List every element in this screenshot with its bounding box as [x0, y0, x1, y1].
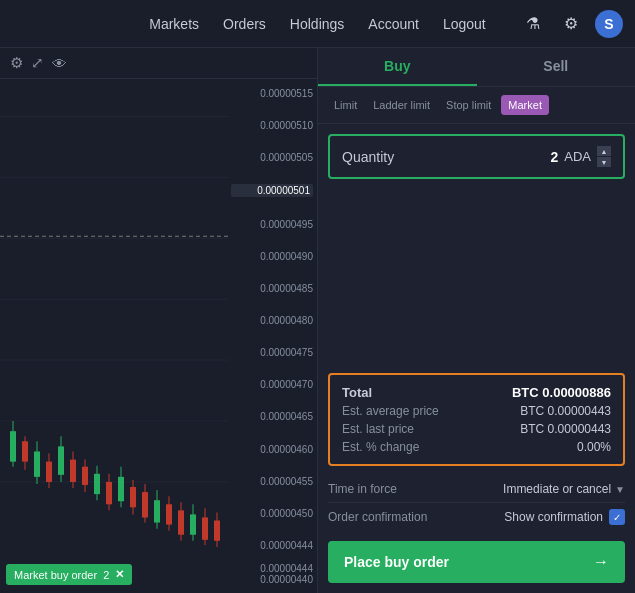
quantity-spinners: ▲ ▼ — [597, 146, 611, 167]
quantity-down[interactable]: ▼ — [597, 157, 611, 167]
tab-sell[interactable]: Sell — [477, 48, 636, 86]
total-section: Total BTC 0.00000886 Est. average price … — [328, 373, 625, 466]
chevron-down-icon: ▼ — [615, 484, 625, 495]
order-tab-ladder[interactable]: Ladder limit — [367, 96, 436, 114]
time-in-force-dropdown[interactable]: Immediate or cancel ▼ — [503, 482, 625, 496]
mid-spacer — [318, 189, 635, 363]
price-8: 0.00000475 — [231, 347, 313, 358]
order-tab-market[interactable]: Market — [501, 95, 549, 115]
price-highlighted: 0.00000501 — [231, 184, 313, 197]
total-pct-row: Est. % change 0.00% — [342, 440, 611, 454]
chart-bottom-price: 0.00000444 0.00000440 — [227, 563, 317, 585]
buy-sell-tabs: Buy Sell — [318, 48, 635, 87]
quantity-unit: ADA — [564, 149, 591, 164]
price-5: 0.00000490 — [231, 251, 313, 262]
price-9: 0.00000470 — [231, 379, 313, 390]
price-0: 0.00000515 — [231, 88, 313, 99]
quantity-box[interactable]: Quantity 2 ADA ▲ ▼ — [328, 134, 625, 179]
options-section: Time in force Immediate or cancel ▼ Orde… — [318, 476, 635, 531]
nav-holdings[interactable]: Holdings — [290, 16, 344, 32]
order-confirmation-label: Order confirmation — [328, 510, 427, 524]
price-10: 0.00000465 — [231, 411, 313, 422]
price-axis: 0.00000515 0.00000510 0.00000505 0.00000… — [227, 86, 317, 553]
chart-area: ⚙ ⤢ 👁 — [0, 48, 318, 593]
order-tab-stop[interactable]: Stop limit — [440, 96, 497, 114]
time-in-force-row: Time in force Immediate or cancel ▼ — [328, 476, 625, 503]
quantity-value: 2 — [550, 149, 558, 165]
total-avg-row: Est. average price BTC 0.00000443 — [342, 404, 611, 418]
navbar: Markets Orders Holdings Account Logout ⚗… — [0, 0, 635, 48]
candlestick-chart — [0, 86, 228, 553]
tab-buy[interactable]: Buy — [318, 48, 477, 86]
price-11: 0.00000460 — [231, 444, 313, 455]
user-avatar[interactable]: S — [595, 10, 623, 38]
market-order-label: Market buy order — [14, 569, 97, 581]
market-order-close[interactable]: ✕ — [115, 568, 124, 581]
eye-icon[interactable]: 👁 — [52, 55, 67, 72]
order-confirmation-checkbox[interactable]: ✓ — [609, 509, 625, 525]
time-in-force-label: Time in force — [328, 482, 397, 496]
flask-icon[interactable]: ⚗ — [519, 10, 547, 38]
order-confirmation-right: Show confirmation ✓ — [504, 509, 625, 525]
place-order-label: Place buy order — [344, 554, 449, 570]
total-value: BTC 0.00000886 — [512, 385, 611, 400]
quantity-section: Quantity 2 ADA ▲ ▼ — [318, 124, 635, 189]
total-main-row: Total BTC 0.00000886 — [342, 385, 611, 400]
total-last-row: Est. last price BTC 0.00000443 — [342, 422, 611, 436]
price-7: 0.00000480 — [231, 315, 313, 326]
market-order-badge[interactable]: Market buy order 2 ✕ — [6, 564, 132, 585]
price-12: 0.00000455 — [231, 476, 313, 487]
total-label: Total — [342, 385, 372, 400]
market-order-quantity: 2 — [103, 569, 109, 581]
settings-icon[interactable]: ⚙ — [10, 54, 23, 72]
time-in-force-value: Immediate or cancel — [503, 482, 611, 496]
total-last-value: BTC 0.00000443 — [520, 422, 611, 436]
order-type-tabs: Limit Ladder limit Stop limit Market — [318, 87, 635, 124]
chart-toolbar: ⚙ ⤢ 👁 — [0, 48, 317, 79]
bottom-price-1: 0.00000440 — [227, 574, 313, 585]
main-layout: ⚙ ⤢ 👁 — [0, 48, 635, 593]
quantity-label: Quantity — [342, 149, 394, 165]
total-last-label: Est. last price — [342, 422, 414, 436]
quantity-right: 2 ADA ▲ ▼ — [550, 146, 611, 167]
right-panel: Buy Sell Limit Ladder limit Stop limit M… — [318, 48, 635, 593]
place-buy-order-button[interactable]: Place buy order → — [328, 541, 625, 583]
price-6: 0.00000485 — [231, 283, 313, 294]
order-confirmation-row: Order confirmation Show confirmation ✓ — [328, 503, 625, 531]
order-confirmation-value: Show confirmation — [504, 510, 603, 524]
price-14: 0.00000444 — [231, 540, 313, 551]
price-13: 0.00000450 — [231, 508, 313, 519]
order-tab-limit[interactable]: Limit — [328, 96, 363, 114]
nav-links: Markets Orders Holdings Account Logout — [149, 16, 486, 32]
arrow-right-icon: → — [593, 553, 609, 571]
total-avg-value: BTC 0.00000443 — [520, 404, 611, 418]
nav-orders[interactable]: Orders — [223, 16, 266, 32]
nav-markets[interactable]: Markets — [149, 16, 199, 32]
quantity-up[interactable]: ▲ — [597, 146, 611, 156]
total-pct-value: 0.00% — [577, 440, 611, 454]
total-pct-label: Est. % change — [342, 440, 419, 454]
total-avg-label: Est. average price — [342, 404, 439, 418]
gear-icon[interactable]: ⚙ — [557, 10, 585, 38]
price-2: 0.00000505 — [231, 152, 313, 163]
nav-account[interactable]: Account — [368, 16, 419, 32]
price-1: 0.00000510 — [231, 120, 313, 131]
expand-icon[interactable]: ⤢ — [31, 54, 44, 72]
bottom-price-0: 0.00000444 — [227, 563, 313, 574]
nav-logout[interactable]: Logout — [443, 16, 486, 32]
nav-icons: ⚗ ⚙ S — [519, 10, 623, 38]
price-4: 0.00000495 — [231, 219, 313, 230]
